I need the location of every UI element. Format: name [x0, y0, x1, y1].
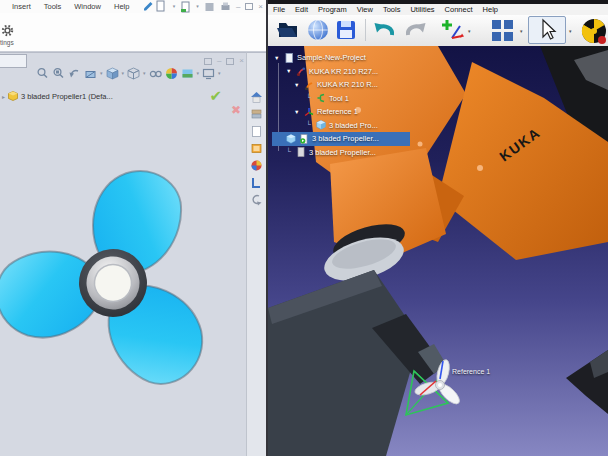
tree-connector: └: [286, 148, 293, 155]
expand-arrow-icon[interactable]: ▼: [274, 55, 281, 61]
cursor-caret[interactable]: ▾: [569, 28, 572, 34]
move-reference-caret[interactable]: ▾: [468, 28, 471, 34]
robodk-menubar: File Edit Program View Tools Utilities C…: [268, 4, 608, 15]
previous-view-icon[interactable]: [68, 67, 81, 80]
new-document-icon[interactable]: [155, 0, 168, 13]
object-cube-icon: [286, 134, 296, 144]
home-icon[interactable]: [250, 91, 263, 104]
tree-item-label: 3 bladed Propeller...: [312, 134, 379, 143]
new-document-caret[interactable]: ▾: [173, 4, 176, 9]
display-style-caret[interactable]: ▾: [143, 71, 146, 76]
child-window-controls: – ×: [204, 57, 244, 65]
tree-item-label: KUKA KR 210 R27...: [309, 67, 378, 76]
solidworks-command-area: tings: [0, 13, 266, 52]
view-palette-icon[interactable]: [250, 142, 263, 155]
child-minimize-button[interactable]: –: [217, 57, 221, 65]
menu-help[interactable]: Help: [483, 5, 498, 14]
open-project-icon[interactable]: [276, 18, 300, 42]
view-settings-icon[interactable]: [202, 67, 215, 80]
scene-caret[interactable]: ▾: [197, 71, 200, 76]
hide-show-items-icon[interactable]: [149, 67, 162, 80]
zoom-area-icon[interactable]: [52, 67, 65, 80]
appearances-scenes-icon[interactable]: [250, 159, 263, 172]
tree-item-tool[interactable]: └ Tool 1: [272, 92, 432, 106]
tree-item-label: 3 bladed Propeller...: [309, 148, 376, 157]
feature-tree-expand-arrow[interactable]: ▸: [2, 93, 5, 100]
display-style-icon[interactable]: [127, 67, 140, 80]
menu-program[interactable]: Program: [318, 5, 347, 14]
cursor-icon: [535, 18, 559, 42]
settings-gear-icon[interactable]: [1, 24, 14, 37]
save-icon[interactable]: [204, 1, 215, 13]
minimize-button[interactable]: –: [236, 3, 240, 11]
tree-item-label: Tool 1: [329, 94, 349, 103]
design-library-icon[interactable]: [250, 108, 263, 121]
open-document-icon[interactable]: [180, 1, 191, 13]
fit-view-caret[interactable]: ▾: [520, 28, 523, 34]
menu-insert[interactable]: Insert: [12, 2, 31, 11]
tree-item-label: 3 bladed Pro...: [329, 121, 378, 130]
tree-item-program[interactable]: └ 3 bladed Propeller...: [272, 146, 432, 160]
robodk-3d-view[interactable]: KUKA: [268, 46, 608, 456]
scene-icon[interactable]: [181, 67, 194, 80]
child-close-button[interactable]: ×: [239, 57, 244, 65]
menu-utilities[interactable]: Utilities: [410, 5, 434, 14]
open-document-caret[interactable]: ▾: [196, 4, 199, 9]
custom-properties-icon[interactable]: [250, 176, 263, 189]
robot-icon: [304, 80, 314, 90]
view-settings-caret[interactable]: ▾: [218, 71, 221, 76]
document-tab[interactable]: [0, 54, 27, 68]
menu-help[interactable]: Help: [114, 2, 129, 11]
menu-view[interactable]: View: [357, 5, 373, 14]
tree-item-robot-mechanism[interactable]: ▼ KUKA KR 210 R27...: [272, 65, 432, 79]
fit-view-icon[interactable]: [490, 18, 516, 42]
cancel-button[interactable]: ✖: [231, 103, 241, 117]
feature-tree-root[interactable]: ▸ 3 bladed Propeller1 (Defa...: [2, 91, 113, 101]
tool-icon: [316, 93, 326, 103]
print-icon[interactable]: [220, 1, 231, 13]
tree-item-reference-frame[interactable]: ▼ Reference 1: [272, 105, 432, 119]
restore-button[interactable]: [245, 3, 253, 10]
solidworks-graphics-area[interactable]: – × ▾: [0, 52, 246, 456]
menu-window[interactable]: Window: [74, 2, 101, 11]
task-pane-strip: [246, 52, 266, 456]
menu-connect[interactable]: Connect: [445, 5, 473, 14]
pane-arrow-icon[interactable]: [250, 193, 263, 206]
propeller-model[interactable]: [0, 53, 246, 456]
child-restore-button[interactable]: [204, 58, 212, 65]
orientation-caret[interactable]: ▾: [122, 71, 125, 76]
feature-tree-root-label: 3 bladed Propeller1 (Defa...: [21, 92, 113, 101]
expand-arrow-icon[interactable]: ▼: [294, 109, 301, 115]
redo-icon[interactable]: [404, 18, 428, 42]
tree-item-program-selected[interactable]: 3 bladed Propeller...: [272, 132, 410, 146]
pencil-icon[interactable]: [142, 1, 153, 12]
undo-icon[interactable]: [372, 18, 396, 42]
section-caret[interactable]: ▾: [100, 71, 103, 76]
select-cursor-button[interactable]: [528, 16, 566, 44]
appearances-icon[interactable]: [165, 67, 178, 80]
view-orientation-cube-icon[interactable]: [106, 67, 119, 80]
save-station-icon[interactable]: [334, 18, 358, 42]
tree-item-robot[interactable]: ▼ KUKA KR 210 R...: [272, 78, 432, 92]
move-reference-icon[interactable]: [440, 18, 464, 42]
close-button[interactable]: ×: [258, 3, 263, 11]
file-explorer-icon[interactable]: [250, 125, 263, 138]
toolbar-separator: [365, 19, 366, 41]
section-view-icon[interactable]: [84, 67, 97, 80]
confirm-button[interactable]: ✔: [209, 87, 222, 105]
tree-item-station[interactable]: ▼ Sample-New-Project: [272, 51, 432, 65]
online-library-globe-icon[interactable]: [306, 18, 330, 42]
zoom-fit-icon[interactable]: [36, 67, 49, 80]
robodk-window: File Edit Program View Tools Utilities C…: [268, 0, 608, 456]
child-maximize-button[interactable]: [226, 58, 234, 65]
menu-edit[interactable]: Edit: [295, 5, 308, 14]
collision-check-icon[interactable]: [578, 18, 608, 46]
menu-file[interactable]: File: [273, 5, 285, 14]
menu-tools[interactable]: Tools: [44, 2, 62, 11]
menu-tools[interactable]: Tools: [383, 5, 401, 14]
quick-access-toolbar: ▾ ▾ – ×: [155, 0, 263, 13]
expand-arrow-icon[interactable]: ▼: [286, 68, 293, 74]
tree-item-object[interactable]: └ 3 bladed Pro...: [272, 119, 432, 133]
expand-arrow-icon[interactable]: ▼: [294, 82, 301, 88]
program-icon: [299, 134, 309, 144]
